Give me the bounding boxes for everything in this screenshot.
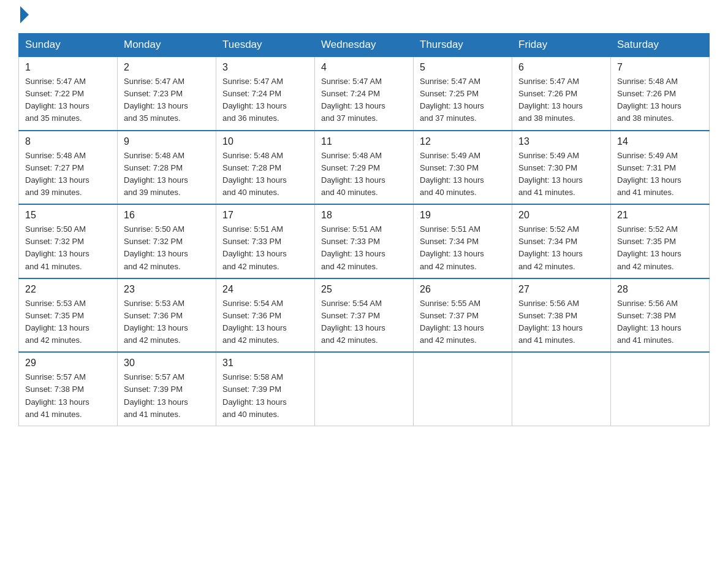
day-number: 31	[222, 358, 308, 369]
page-header	[18, 12, 710, 23]
day-info: Sunrise: 5:48 AMSunset: 7:27 PMDaylight:…	[25, 150, 111, 199]
day-info: Sunrise: 5:50 AMSunset: 7:32 PMDaylight:…	[25, 223, 111, 273]
day-number: 17	[222, 210, 308, 221]
calendar-cell: 12Sunrise: 5:49 AMSunset: 7:30 PMDayligh…	[414, 131, 512, 205]
day-number: 9	[124, 136, 210, 147]
calendar-header-friday: Friday	[512, 34, 611, 57]
calendar-cell: 11Sunrise: 5:48 AMSunset: 7:29 PMDayligh…	[315, 131, 414, 205]
day-info: Sunrise: 5:47 AMSunset: 7:26 PMDaylight:…	[518, 75, 604, 125]
day-number: 27	[518, 284, 604, 295]
calendar-cell: 5Sunrise: 5:47 AMSunset: 7:25 PMDaylight…	[414, 56, 512, 131]
calendar-cell: 26Sunrise: 5:55 AMSunset: 7:37 PMDayligh…	[414, 278, 512, 353]
calendar-cell: 28Sunrise: 5:56 AMSunset: 7:38 PMDayligh…	[611, 278, 710, 353]
day-number: 22	[25, 284, 111, 295]
day-number: 5	[420, 62, 506, 73]
calendar-week-row: 8Sunrise: 5:48 AMSunset: 7:27 PMDaylight…	[19, 131, 710, 205]
calendar-week-row: 22Sunrise: 5:53 AMSunset: 7:35 PMDayligh…	[19, 278, 710, 353]
day-number: 14	[617, 136, 703, 147]
day-info: Sunrise: 5:47 AMSunset: 7:23 PMDaylight:…	[124, 75, 210, 125]
calendar-header-sunday: Sunday	[19, 34, 118, 57]
calendar-cell: 23Sunrise: 5:53 AMSunset: 7:36 PMDayligh…	[118, 278, 216, 353]
calendar-header-thursday: Thursday	[414, 34, 512, 57]
day-number: 1	[25, 62, 111, 73]
day-number: 10	[222, 136, 308, 147]
calendar-cell: 30Sunrise: 5:57 AMSunset: 7:39 PMDayligh…	[118, 352, 216, 426]
calendar-cell: 13Sunrise: 5:49 AMSunset: 7:30 PMDayligh…	[512, 131, 611, 205]
day-info: Sunrise: 5:49 AMSunset: 7:31 PMDaylight:…	[617, 150, 703, 199]
calendar-cell: 2Sunrise: 5:47 AMSunset: 7:23 PMDaylight…	[118, 56, 216, 131]
day-info: Sunrise: 5:47 AMSunset: 7:22 PMDaylight:…	[25, 75, 111, 125]
day-number: 19	[420, 210, 506, 221]
calendar-cell: 20Sunrise: 5:52 AMSunset: 7:34 PMDayligh…	[512, 204, 611, 278]
day-info: Sunrise: 5:47 AMSunset: 7:25 PMDaylight:…	[420, 75, 506, 125]
day-number: 28	[617, 284, 703, 295]
calendar-week-row: 1Sunrise: 5:47 AMSunset: 7:22 PMDaylight…	[19, 56, 710, 131]
day-info: Sunrise: 5:48 AMSunset: 7:28 PMDaylight:…	[222, 150, 308, 199]
calendar-cell: 14Sunrise: 5:49 AMSunset: 7:31 PMDayligh…	[611, 131, 710, 205]
day-info: Sunrise: 5:53 AMSunset: 7:36 PMDaylight:…	[124, 297, 210, 347]
day-number: 21	[617, 210, 703, 221]
day-number: 26	[420, 284, 506, 295]
calendar-header-wednesday: Wednesday	[315, 34, 414, 57]
calendar-cell: 1Sunrise: 5:47 AMSunset: 7:22 PMDaylight…	[19, 56, 118, 131]
day-info: Sunrise: 5:57 AMSunset: 7:39 PMDaylight:…	[124, 371, 210, 421]
calendar-cell	[611, 352, 710, 426]
day-number: 2	[124, 62, 210, 73]
day-info: Sunrise: 5:57 AMSunset: 7:38 PMDaylight:…	[25, 371, 111, 421]
day-info: Sunrise: 5:51 AMSunset: 7:34 PMDaylight:…	[420, 223, 506, 273]
day-info: Sunrise: 5:52 AMSunset: 7:35 PMDaylight:…	[617, 223, 703, 273]
day-info: Sunrise: 5:47 AMSunset: 7:24 PMDaylight:…	[222, 75, 308, 125]
calendar-cell: 19Sunrise: 5:51 AMSunset: 7:34 PMDayligh…	[414, 204, 512, 278]
day-number: 29	[25, 358, 111, 369]
day-number: 15	[25, 210, 111, 221]
day-number: 25	[321, 284, 407, 295]
day-number: 16	[124, 210, 210, 221]
calendar-cell: 10Sunrise: 5:48 AMSunset: 7:28 PMDayligh…	[216, 131, 315, 205]
calendar-cell: 9Sunrise: 5:48 AMSunset: 7:28 PMDaylight…	[118, 131, 216, 205]
calendar-cell: 25Sunrise: 5:54 AMSunset: 7:37 PMDayligh…	[315, 278, 414, 353]
calendar-week-row: 15Sunrise: 5:50 AMSunset: 7:32 PMDayligh…	[19, 204, 710, 278]
day-info: Sunrise: 5:47 AMSunset: 7:24 PMDaylight:…	[321, 75, 407, 125]
calendar-table: SundayMondayTuesdayWednesdayThursdayFrid…	[18, 33, 710, 426]
day-number: 3	[222, 62, 308, 73]
day-number: 20	[518, 210, 604, 221]
calendar-cell	[315, 352, 414, 426]
logo	[18, 12, 29, 23]
calendar-cell: 3Sunrise: 5:47 AMSunset: 7:24 PMDaylight…	[216, 56, 315, 131]
calendar-header-monday: Monday	[118, 34, 216, 57]
calendar-header-saturday: Saturday	[611, 34, 710, 57]
day-number: 7	[617, 62, 703, 73]
calendar-cell: 31Sunrise: 5:58 AMSunset: 7:39 PMDayligh…	[216, 352, 315, 426]
calendar-week-row: 29Sunrise: 5:57 AMSunset: 7:38 PMDayligh…	[19, 352, 710, 426]
calendar-cell: 24Sunrise: 5:54 AMSunset: 7:36 PMDayligh…	[216, 278, 315, 353]
calendar-cell: 17Sunrise: 5:51 AMSunset: 7:33 PMDayligh…	[216, 204, 315, 278]
calendar-cell: 27Sunrise: 5:56 AMSunset: 7:38 PMDayligh…	[512, 278, 611, 353]
day-number: 8	[25, 136, 111, 147]
calendar-cell: 22Sunrise: 5:53 AMSunset: 7:35 PMDayligh…	[19, 278, 118, 353]
calendar-cell: 4Sunrise: 5:47 AMSunset: 7:24 PMDaylight…	[315, 56, 414, 131]
calendar-cell: 15Sunrise: 5:50 AMSunset: 7:32 PMDayligh…	[19, 204, 118, 278]
day-number: 4	[321, 62, 407, 73]
calendar-cell: 8Sunrise: 5:48 AMSunset: 7:27 PMDaylight…	[19, 131, 118, 205]
day-number: 13	[518, 136, 604, 147]
day-info: Sunrise: 5:49 AMSunset: 7:30 PMDaylight:…	[420, 150, 506, 199]
day-info: Sunrise: 5:52 AMSunset: 7:34 PMDaylight:…	[518, 223, 604, 273]
day-info: Sunrise: 5:54 AMSunset: 7:36 PMDaylight:…	[222, 297, 308, 347]
day-info: Sunrise: 5:55 AMSunset: 7:37 PMDaylight:…	[420, 297, 506, 347]
day-info: Sunrise: 5:56 AMSunset: 7:38 PMDaylight:…	[518, 297, 604, 347]
calendar-cell	[414, 352, 512, 426]
day-number: 11	[321, 136, 407, 147]
calendar-header-tuesday: Tuesday	[216, 34, 315, 57]
day-info: Sunrise: 5:54 AMSunset: 7:37 PMDaylight:…	[321, 297, 407, 347]
calendar-cell: 29Sunrise: 5:57 AMSunset: 7:38 PMDayligh…	[19, 352, 118, 426]
calendar-cell: 21Sunrise: 5:52 AMSunset: 7:35 PMDayligh…	[611, 204, 710, 278]
day-info: Sunrise: 5:56 AMSunset: 7:38 PMDaylight:…	[617, 297, 703, 347]
day-number: 18	[321, 210, 407, 221]
logo-triangle-icon	[20, 6, 29, 23]
day-info: Sunrise: 5:50 AMSunset: 7:32 PMDaylight:…	[124, 223, 210, 273]
day-info: Sunrise: 5:51 AMSunset: 7:33 PMDaylight:…	[321, 223, 407, 273]
day-number: 6	[518, 62, 604, 73]
calendar-cell: 6Sunrise: 5:47 AMSunset: 7:26 PMDaylight…	[512, 56, 611, 131]
day-number: 23	[124, 284, 210, 295]
day-info: Sunrise: 5:49 AMSunset: 7:30 PMDaylight:…	[518, 150, 604, 199]
